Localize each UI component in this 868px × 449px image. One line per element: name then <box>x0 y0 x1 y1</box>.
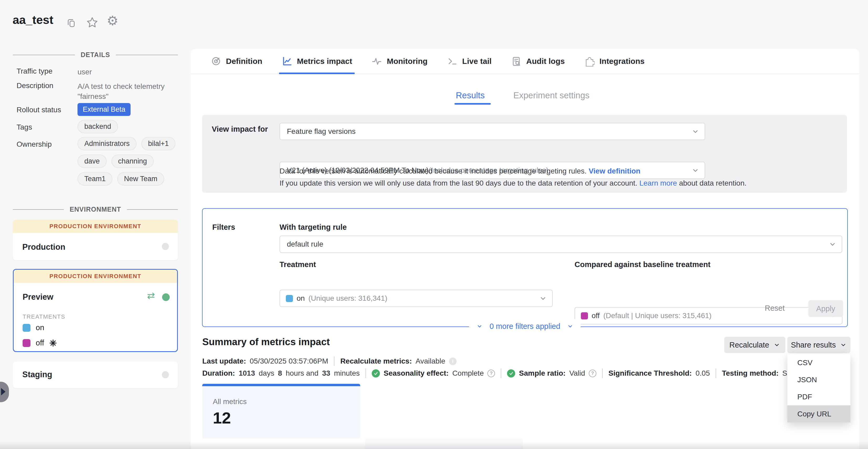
separator <box>366 368 366 378</box>
owner-pill[interactable]: bilal+1 <box>141 137 176 150</box>
chevron-down-icon <box>691 167 699 174</box>
duration-min-t: minutes <box>334 369 360 378</box>
duration-hours-t: hours and <box>285 369 318 378</box>
baseline-select-note: (Default | Unique users: 315,461) <box>603 311 711 320</box>
description-label: Description <box>17 82 53 90</box>
targeting-rule-label: With targeting rule <box>280 223 347 232</box>
tab-label: Audit logs <box>526 57 565 66</box>
tab-monitoring[interactable]: Monitoring <box>371 49 428 73</box>
treatment-color-on <box>23 324 30 332</box>
owner-pill[interactable]: dave <box>78 155 107 168</box>
tab-integrations[interactable]: Integrations <box>584 49 645 73</box>
treatment-on-label: on <box>36 323 44 332</box>
apply-button[interactable]: Apply <box>808 300 843 317</box>
tab-label: Definition <box>226 57 262 66</box>
impact-type-select[interactable]: Feature flag versions <box>280 123 705 140</box>
description-value: A/A test to check telemetry "fairness" <box>78 82 183 101</box>
tab-definition[interactable]: Definition <box>211 49 262 73</box>
last-update-label: Last update: <box>202 357 246 365</box>
tab-label: Monitoring <box>387 57 428 66</box>
tab-label: Integrations <box>599 57 645 66</box>
metric-card-all-metrics[interactable]: All metrics 12 <box>202 384 360 439</box>
environment-card-production[interactable]: PRODUCTION ENVIRONMENT Production <box>13 220 178 260</box>
environment-section-label: ENVIRONMENT <box>70 206 121 213</box>
filters-label: Filters <box>212 223 235 232</box>
environment-name: Staging <box>22 370 52 379</box>
info-icon[interactable]: i <box>449 358 457 365</box>
view-definition-link[interactable]: View definition <box>589 167 641 175</box>
duration-label: Duration: <box>202 369 235 378</box>
swap-arrows-icon: ⇄ <box>147 290 155 301</box>
tab-live-tail[interactable]: Live tail <box>447 49 492 73</box>
share-results-label: Share results <box>791 341 836 349</box>
chevron-down-icon <box>773 341 780 348</box>
status-dot-gray <box>162 371 169 378</box>
tag-pill[interactable]: backend <box>78 120 118 133</box>
recalc-metrics-value: Available <box>415 357 445 365</box>
share-results-button[interactable]: Share results <box>787 337 850 353</box>
targeting-rule-select[interactable]: default rule <box>280 236 842 253</box>
rollout-status-label: Rollout status <box>17 106 61 114</box>
owner-pill[interactable]: New Team <box>117 172 164 186</box>
separator <box>716 368 716 378</box>
more-filters-label: 0 more filters applied <box>490 322 560 331</box>
production-env-banner: PRODUCTION ENVIRONMENT <box>13 220 178 233</box>
environment-card-staging[interactable]: Staging <box>13 361 178 388</box>
line2-text: If you update this version we will only … <box>280 179 640 187</box>
sample-ratio-label: Sample ratio: <box>519 369 565 378</box>
owner-pill[interactable]: channing <box>112 155 154 168</box>
share-results-menu: CSV JSON PDF Copy URL <box>787 354 850 422</box>
ownership-label: Ownership <box>17 140 52 149</box>
selected-card-bar <box>202 384 360 386</box>
reset-button[interactable]: Reset <box>765 304 785 312</box>
separator <box>602 368 603 378</box>
view-impact-panel: View impact for Feature flag versions V2… <box>202 115 847 193</box>
menu-item-csv[interactable]: CSV <box>787 354 850 371</box>
ownership-pills: Administrators bilal+1 dave channing Tea… <box>78 137 188 186</box>
tab-metrics-impact[interactable]: Metrics impact <box>282 49 352 73</box>
pulse-icon <box>371 56 382 66</box>
bottom-scroll-shadow <box>0 442 868 449</box>
metric-card-label: All metrics <box>213 397 247 406</box>
owner-pill[interactable]: Team1 <box>78 172 113 186</box>
status-dot-green <box>162 293 170 301</box>
significance-value: 0.05 <box>695 369 710 378</box>
testing-method-label: Testing method: <box>722 369 779 378</box>
treatment-filter-label: Treatment <box>280 260 316 269</box>
puzzle-icon <box>584 56 595 66</box>
tab-bar: Definition Metrics impact Monitoring <box>191 49 859 74</box>
owner-pill[interactable]: Administrators <box>78 137 136 150</box>
treatment-row: off <box>23 338 57 347</box>
rollout-status-badge: External Beta <box>78 103 130 116</box>
version-note-line2: If you update this version we will only … <box>280 179 747 187</box>
separator <box>334 356 335 366</box>
subtab-results[interactable]: Results <box>456 90 485 100</box>
terminal-icon <box>447 56 457 66</box>
traffic-type-label: Traffic type <box>17 67 53 76</box>
learn-more-link[interactable]: Learn more <box>640 179 677 187</box>
help-icon[interactable]: ? <box>589 369 596 377</box>
tab-label: Metrics impact <box>297 57 352 66</box>
chevron-right-icon <box>1 388 5 395</box>
baseline-select[interactable]: off (Default | Unique users: 315,461) <box>575 307 842 324</box>
chevron-down-icon <box>840 341 847 348</box>
menu-item-json[interactable]: JSON <box>787 371 850 388</box>
treatment-color-on <box>286 295 293 302</box>
help-icon[interactable]: ? <box>487 369 495 377</box>
line2-tail: about data retention. <box>677 179 747 187</box>
chevron-down-icon <box>691 127 699 136</box>
subtab-experiment-settings[interactable]: Experiment settings <box>513 90 590 100</box>
sidebar-collapse-handle[interactable] <box>0 382 9 402</box>
environment-card-preview[interactable]: PRODUCTION ENVIRONMENT Preview ⇄ TREATME… <box>13 269 178 352</box>
more-filters-toggle[interactable]: 0 more filters applied <box>469 319 581 333</box>
baseline-select-value: off <box>592 311 601 320</box>
treatment-select-value: on <box>297 294 307 303</box>
tab-audit-logs[interactable]: Audit logs <box>511 49 565 73</box>
recalculate-button[interactable]: Recalculate <box>724 337 785 353</box>
menu-item-pdf[interactable]: PDF <box>787 388 850 406</box>
status-dot-gray <box>162 243 169 250</box>
menu-item-copy-url[interactable]: Copy URL <box>787 406 850 422</box>
check-circle-icon <box>507 369 515 378</box>
treatment-select[interactable]: on (Unique users: 316,341) <box>280 290 553 307</box>
treatment-row: on <box>23 323 44 332</box>
